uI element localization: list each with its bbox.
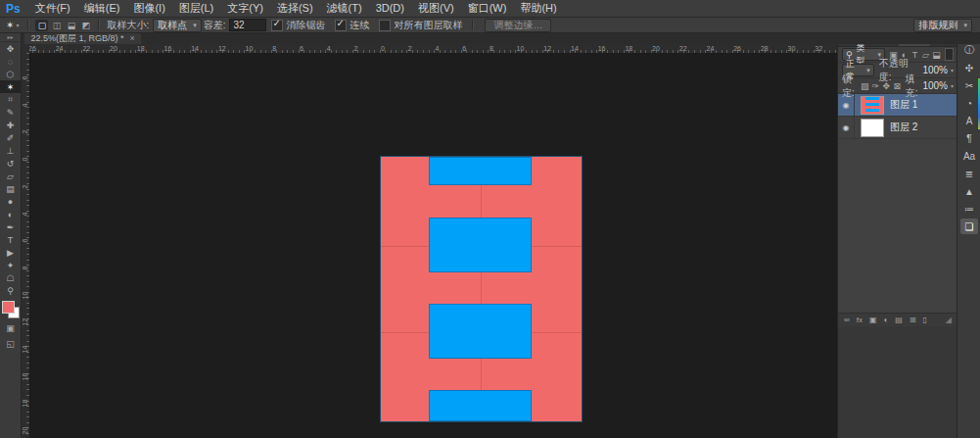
add-to-selection-icon[interactable]: ◫ [50,20,63,31]
brush-tool[interactable]: ✐ [0,131,21,144]
lock-pixels-icon[interactable]: ✑ [870,81,881,91]
type-tool[interactable]: T [0,233,21,246]
character-styles-panel-icon[interactable]: Aa [960,148,978,164]
eyedropper-tool[interactable]: ✎ [0,106,21,119]
lock-transparency-icon[interactable]: ▨ [860,81,870,91]
clone-source-panel-icon[interactable]: ✂ [960,77,978,93]
new-group-icon[interactable]: ▤ [895,316,903,324]
paragraph-styles-panel-icon[interactable]: ≣ [960,166,978,181]
menu-item[interactable]: 文件(F) [28,2,77,14]
vertical-ruler[interactable]: 64202468101214161820 [22,53,30,438]
filter-smart-objects-icon[interactable]: ⬓ [931,50,942,60]
magic-wand-tool[interactable]: ✶ [0,80,21,93]
delete-layer-icon[interactable]: ▯ [923,316,927,324]
ruler-label: 10 [246,45,254,52]
tool-presets-panel-icon[interactable]: ≔ [960,201,978,217]
lock-position-icon[interactable]: ✥ [881,81,892,91]
path-selection-tool[interactable]: ▶ [0,246,21,259]
layer-comps-panel-icon[interactable]: ❏ [960,219,978,234]
ruler-label: 16 [164,45,172,52]
visibility-eye-icon[interactable]: ◉ [838,117,855,138]
tool-glyph: ⌗ [8,94,13,105]
sample-size-select[interactable]: 取样点 ▾ [153,19,202,32]
dodge-tool[interactable]: ◐ [0,208,21,220]
intersect-selection-icon[interactable]: ◩ [79,20,92,31]
subtract-from-selection-icon[interactable]: ⬓ [65,20,77,31]
canvas-document[interactable] [380,156,583,422]
ruler-label: 18 [22,395,28,413]
option-checkbox[interactable]: 连续 [335,19,369,32]
panel-glyph: ✣ [965,63,973,73]
quick-mask-button[interactable]: ▣ [0,321,21,334]
tool-preset-picker[interactable]: ✶ ▾ [0,20,23,30]
histogram-panel-icon[interactable]: ▲ [960,183,978,199]
filter-toggle[interactable] [945,48,954,61]
link-layers-icon[interactable]: ∞ [844,316,850,324]
clone-stamp-tool[interactable]: ⊥ [0,144,21,157]
menu-item[interactable]: 文字(Y) [220,2,270,14]
menu-item[interactable]: 编辑(E) [77,2,127,14]
divider [27,20,29,30]
foreground-color-swatch[interactable] [2,301,15,314]
eraser-tool[interactable]: ▱ [0,170,21,182]
layer-style-icon[interactable]: fx [857,316,863,324]
refine-edge-button[interactable]: 调整边缘… [485,19,551,32]
canvas-workspace[interactable] [30,53,837,438]
menu-item[interactable]: 图像(I) [126,2,171,14]
layer-name[interactable]: 图层 1 [890,98,917,112]
menu-item[interactable]: 视图(V) [411,2,461,14]
lasso-tool[interactable]: ⬡ [0,68,21,80]
menu-item[interactable]: 选择(S) [270,2,320,14]
info-panel-icon[interactable]: ⓘ [960,42,978,58]
panel-resize-grip[interactable]: ◢ [946,316,952,324]
chevron-down-icon[interactable]: ▾ [951,67,954,73]
ruler-label: 2 [22,177,28,195]
menu-item[interactable]: 图层(L) [172,2,220,14]
visibility-eye-icon[interactable]: ◉ [838,94,855,116]
menu-item[interactable]: 3D(D) [369,2,411,14]
menu-item[interactable]: 滤镜(T) [320,2,369,14]
new-selection-icon[interactable]: ▢ [35,20,48,31]
tolerance-input[interactable] [229,19,266,31]
zoom-tool[interactable]: ⚲ [0,284,21,297]
screen-mode-button[interactable]: ◱ [0,337,21,350]
layer-name[interactable]: 图层 2 [890,121,917,134]
history-brush-tool[interactable]: ↺ [0,157,21,170]
marquee-tool[interactable]: ◌ [0,55,21,68]
new-layer-icon[interactable]: ⊞ [910,316,916,324]
layer-thumbnail[interactable] [861,119,884,137]
chevron-down-icon[interactable]: ▾ [951,82,954,89]
fill-value[interactable]: 100% [922,80,948,91]
toolbar-collapse-icon[interactable]: ▸▸ [0,33,21,42]
character-panel-icon[interactable]: A [960,113,978,128]
blur-tool[interactable]: ● [0,195,21,208]
divider [98,20,100,30]
option-checkbox[interactable]: 消除锯齿 [271,19,325,32]
close-icon[interactable]: × [129,33,134,44]
lock-all-icon[interactable]: ⊠ [892,81,903,91]
paragraph-panel-icon[interactable]: ¶ [960,130,978,146]
menu-item[interactable]: 窗口(W) [461,2,514,14]
ruler-label: 24 [707,45,715,52]
ruler-label: 4 [436,45,440,52]
tool-glyph: ⬡ [7,70,15,79]
custom-shape-tool[interactable]: ✦ [0,259,21,271]
masks-panel-icon[interactable]: ◔ [960,95,978,111]
opacity-value[interactable]: 100% [922,65,948,75]
hand-tool[interactable]: ☖ [0,271,21,284]
gradient-tool[interactable]: ▤ [0,182,21,195]
layer-thumbnail[interactable] [861,96,884,115]
pen-tool[interactable]: ✒ [0,220,21,233]
crop-tool[interactable]: ⌗ [0,93,21,106]
document-tab[interactable]: 22.5%(图层 1, RGB/8) * × [24,33,140,44]
workspace-switcher[interactable]: 排版规则 ▾ [913,19,972,32]
filter-shape-layers-icon[interactable]: ▱ [920,50,931,60]
new-adjustment-layer-icon[interactable]: ◐ [884,316,889,324]
option-checkbox[interactable]: 对所有图层取样 [379,19,462,32]
图层 2[interactable]: ◉ 图层 2 [838,117,957,139]
menu-item[interactable]: 帮助(H) [513,2,563,14]
healing-brush-tool[interactable]: ✚ [0,119,21,131]
move-tool[interactable]: ✥ [0,42,21,55]
add-layer-mask-icon[interactable]: ▣ [869,316,877,324]
adjustments-panel-icon[interactable]: ✣ [960,60,978,75]
